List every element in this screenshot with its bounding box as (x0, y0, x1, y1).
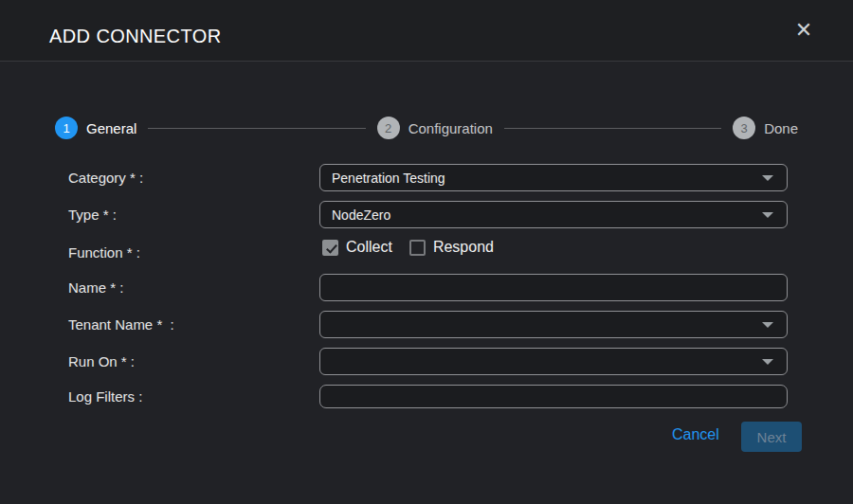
type-dropdown[interactable]: NodeZero (319, 201, 788, 228)
cancel-button[interactable]: Cancel (672, 426, 719, 443)
step-3-label: Done (764, 120, 798, 136)
function-label: Function * : (68, 244, 140, 261)
close-button[interactable]: ✕ (790, 17, 817, 44)
wizard-stepper: 1 General 2 Configuration 3 Done (55, 116, 798, 140)
step-2-label: Configuration (408, 120, 493, 136)
function-row: Function * : Collect Respond (0, 237, 853, 258)
category-label: Category * : (68, 170, 143, 186)
checkbox-unchecked-icon (409, 240, 426, 256)
close-icon: ✕ (795, 18, 812, 42)
step-general: 1 General (55, 117, 136, 139)
checkbox-checked-icon (322, 240, 338, 256)
run-on-row: Run On * : (0, 348, 853, 375)
tenant-name-dropdown[interactable] (319, 311, 788, 338)
log-filters-label: Log Filters : (68, 388, 142, 405)
type-row: Type * : NodeZero (0, 201, 853, 228)
category-row: Category * : Penetration Testing (0, 164, 853, 191)
dialog-title: ADD CONNECTOR (49, 26, 222, 47)
step-2-circle: 2 (377, 117, 400, 139)
respond-checkbox-label: Respond (433, 239, 494, 256)
log-filters-row: Log Filters : (0, 385, 853, 408)
name-input[interactable] (319, 274, 788, 301)
function-checkbox-group: Collect Respond (322, 239, 511, 256)
step-connector (504, 128, 721, 129)
tenant-row: Tenant Name * : (0, 311, 853, 338)
chevron-down-icon (762, 175, 773, 181)
step-connector (148, 128, 365, 129)
step-done: 3 Done (733, 117, 798, 139)
respond-checkbox[interactable]: Respond (409, 239, 494, 256)
type-value: NodeZero (332, 207, 762, 223)
category-value: Penetration Testing (332, 171, 762, 186)
chevron-down-icon (762, 212, 773, 218)
collect-checkbox-label: Collect (346, 239, 392, 256)
chevron-down-icon (762, 359, 773, 365)
run-on-label: Run On * : (68, 353, 135, 369)
name-label: Name * : (68, 279, 123, 296)
step-configuration: 2 Configuration (377, 117, 493, 139)
tenant-name-label: Tenant Name * : (68, 316, 174, 333)
run-on-dropdown[interactable] (319, 348, 788, 375)
step-1-label: General (86, 120, 136, 136)
add-connector-dialog: ADD CONNECTOR ✕ 1 General 2 Configuratio… (0, 0, 853, 504)
step-3-circle: 3 (733, 117, 755, 139)
category-dropdown[interactable]: Penetration Testing (319, 164, 788, 191)
dialog-header: ADD CONNECTOR ✕ (0, 0, 853, 62)
type-label: Type * : (68, 207, 117, 223)
collect-checkbox[interactable]: Collect (322, 239, 392, 256)
log-filters-input[interactable] (319, 385, 788, 408)
name-row: Name * : (0, 274, 853, 301)
chevron-down-icon (762, 322, 773, 328)
step-1-circle: 1 (55, 117, 78, 139)
next-button[interactable]: Next (741, 422, 802, 452)
